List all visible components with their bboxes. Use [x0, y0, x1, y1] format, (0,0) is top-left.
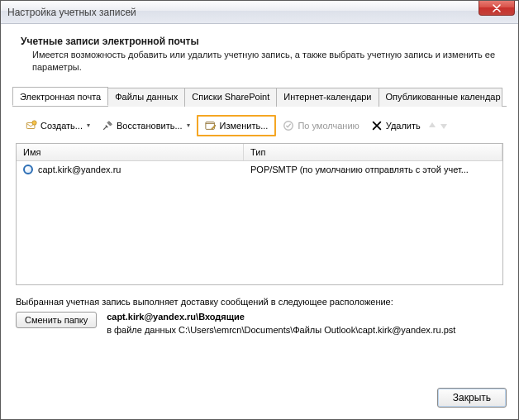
move-down-icon: [439, 121, 449, 131]
default-label: По умолчанию: [298, 121, 359, 131]
header-subtitle: Имеется возможность добавить или удалить…: [32, 49, 503, 74]
tab-data-files[interactable]: Файлы данных: [107, 88, 185, 107]
delete-icon: [371, 120, 383, 131]
dropdown-icon: ▾: [87, 122, 90, 129]
account-settings-window: Настройка учетных записей Учетные записи…: [0, 0, 519, 420]
default-account-icon: [23, 165, 33, 174]
create-button[interactable]: Создать... ▾: [21, 117, 95, 134]
window-close-button[interactable]: [479, 1, 515, 16]
tab-published-calendars[interactable]: Опубликованные календар: [379, 88, 502, 107]
edit-label: Изменить...: [220, 121, 269, 131]
close-icon: [493, 4, 501, 12]
tab-sharepoint[interactable]: Списки SharePoint: [184, 88, 277, 107]
delete-button[interactable]: Удалить: [366, 117, 426, 134]
table-row[interactable]: capt.kirk@yandex.ru POP/SMTP (по умолчан…: [17, 161, 502, 178]
delivery-details: capt.kirk@yandex.ru\Входящие в файле дан…: [107, 312, 455, 335]
window-title: Настройка учетных записей: [7, 7, 136, 18]
tab-bar: Электронная почта Файлы данных Списки Sh…: [12, 87, 507, 107]
tools-icon: [102, 120, 113, 131]
delete-label: Удалить: [386, 121, 421, 131]
accounts-list[interactable]: Имя Тип capt.kirk@yandex.ru POP/SMTP (по…: [16, 143, 503, 285]
move-up-icon: [427, 121, 437, 131]
change-folder-button[interactable]: Сменить папку: [16, 312, 97, 328]
delivery-folder: capt.kirk@yandex.ru\Входящие: [107, 312, 245, 322]
edit-button[interactable]: Изменить...: [197, 115, 277, 136]
create-label: Создать...: [40, 121, 83, 131]
account-name: capt.kirk@yandex.ru: [38, 165, 121, 174]
titlebar: Настройка учетных записей: [1, 1, 518, 24]
toolbar: Создать... ▾ Восстановить... ▾ Изменить.…: [12, 107, 507, 143]
col-type-header[interactable]: Тип: [244, 144, 502, 160]
restore-label: Восстановить...: [117, 121, 183, 131]
set-default-button: По умолчанию: [278, 117, 364, 134]
delivery-block: Выбранная учетная запись выполняет доста…: [12, 297, 507, 335]
list-header: Имя Тип: [17, 144, 502, 161]
edit-icon: [205, 120, 217, 131]
new-mail-icon: [26, 120, 37, 131]
close-button[interactable]: Закрыть: [437, 388, 507, 408]
tab-internet-calendars[interactable]: Интернет-календари: [276, 88, 379, 107]
svg-point-1: [32, 121, 36, 125]
tab-email[interactable]: Электронная почта: [12, 87, 108, 106]
account-type: POP/SMTP (по умолчанию отправлять с этой…: [244, 163, 502, 176]
header-block: Учетные записи электронной почты Имеется…: [12, 34, 507, 82]
delivery-message: Выбранная учетная запись выполняет доста…: [16, 297, 503, 307]
header-title: Учетные записи электронной почты: [21, 36, 503, 47]
delivery-path: в файле данных C:\Users\emrcn\Documents\…: [107, 325, 455, 335]
restore-button[interactable]: Восстановить... ▾: [97, 117, 195, 134]
col-name-header[interactable]: Имя: [17, 144, 244, 160]
footer: Закрыть: [12, 373, 507, 408]
content-area: Учетные записи электронной почты Имеется…: [1, 24, 518, 419]
dropdown-icon: ▾: [187, 122, 190, 129]
check-circle-icon: [283, 120, 294, 131]
